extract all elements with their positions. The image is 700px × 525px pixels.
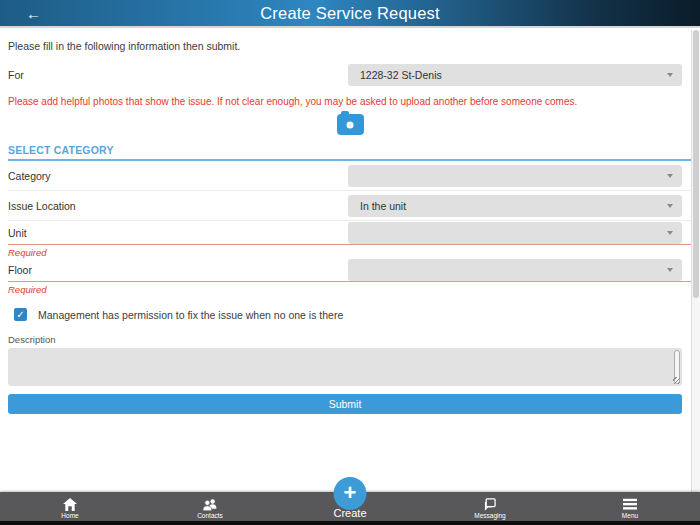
for-row: For 1228-32 St-Denis	[8, 63, 692, 87]
permission-checkbox[interactable]: ✓	[14, 308, 27, 321]
issue-location-select-value: In the unit	[360, 200, 406, 212]
section-title: SELECT CATEGORY	[8, 144, 699, 161]
nav-label-menu: Menu	[622, 512, 638, 519]
category-label: Category	[8, 170, 348, 182]
nav-item-home[interactable]: Home	[0, 492, 140, 521]
chevron-down-icon	[667, 204, 673, 208]
chevron-down-icon	[667, 231, 673, 235]
nav-label-contacts: Contacts	[197, 512, 223, 519]
unit-row: Unit	[8, 221, 699, 245]
nav-label-create: Create	[333, 507, 366, 519]
add-photo-button[interactable]	[337, 114, 364, 135]
page-scrollbar[interactable]	[691, 30, 700, 492]
floor-row: Floor	[8, 258, 699, 282]
chevron-down-icon	[667, 73, 673, 77]
nav-label-home: Home	[61, 512, 78, 519]
chevron-down-icon	[667, 174, 673, 178]
camera-icon	[341, 111, 349, 116]
for-select-value: 1228-32 St-Denis	[360, 69, 442, 81]
description-textarea[interactable]	[8, 348, 682, 386]
messaging-icon	[483, 497, 497, 511]
menu-icon	[623, 497, 637, 511]
unit-label: Unit	[8, 227, 348, 239]
category-select[interactable]	[348, 165, 682, 187]
intro-text: Please fill in the following information…	[8, 28, 692, 52]
permission-label: Management has permission to fix the iss…	[38, 309, 343, 321]
form-container: Please fill in the following information…	[0, 28, 700, 414]
nav-label-messaging: Messaging	[474, 512, 505, 519]
for-label: For	[8, 69, 348, 81]
chevron-down-icon	[667, 268, 673, 272]
issue-location-label: Issue Location	[8, 200, 348, 212]
floor-label: Floor	[8, 264, 348, 276]
nav-item-create[interactable]: + Create	[280, 492, 420, 521]
photo-hint-text: Please add helpful photos that show the …	[8, 96, 692, 107]
category-row: Category	[8, 161, 699, 191]
camera-lens-icon	[347, 121, 354, 128]
page-scrollbar-thumb[interactable]	[693, 30, 699, 298]
unit-required-text: Required	[8, 245, 692, 258]
app-header: ← Create Service Request	[0, 0, 700, 28]
nav-item-messaging[interactable]: Messaging	[420, 492, 560, 521]
for-select[interactable]: 1228-32 St-Denis	[348, 64, 682, 86]
bottom-navigation: Home Contacts + Create Messaging	[0, 492, 700, 521]
home-icon	[63, 497, 77, 511]
device-bottom-bar	[0, 521, 700, 525]
submit-button[interactable]: Submit	[8, 394, 682, 414]
floor-required-text: Required	[8, 282, 692, 295]
resize-handle-icon[interactable]	[673, 377, 680, 384]
plus-icon[interactable]: +	[334, 477, 367, 510]
page-title: Create Service Request	[0, 4, 700, 23]
permission-row: ✓ Management has permission to fix the i…	[8, 308, 692, 321]
description-label: Description	[8, 334, 692, 345]
nav-item-menu[interactable]: Menu	[560, 492, 700, 521]
floor-select[interactable]	[348, 259, 682, 281]
nav-item-contacts[interactable]: Contacts	[140, 492, 280, 521]
issue-location-row: Issue Location In the unit	[8, 191, 699, 221]
unit-select[interactable]	[348, 222, 682, 244]
contacts-icon	[202, 497, 218, 511]
issue-location-select[interactable]: In the unit	[348, 195, 682, 217]
